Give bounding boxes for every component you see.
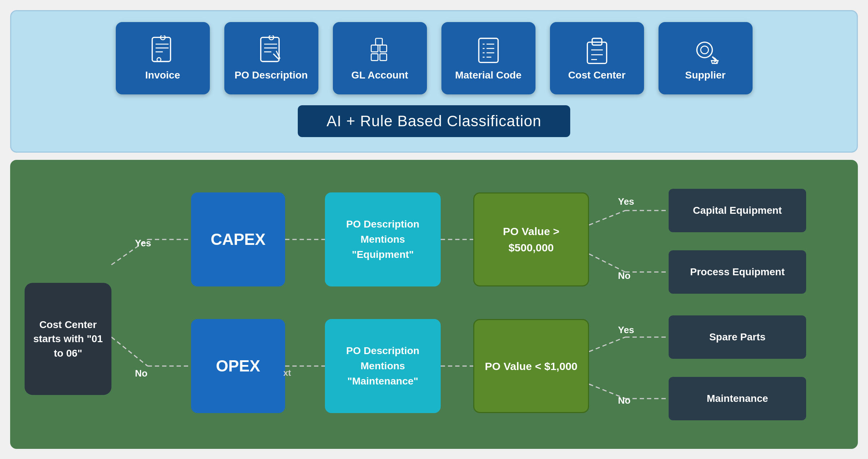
pov-1000-node: PO Value < $1,000 — [473, 319, 589, 413]
gl-account-card: GL Account — [333, 22, 427, 94]
po-equipment-label: PO Description Mentions "Equipment" — [332, 217, 433, 262]
yes-upper-label: Yes — [618, 196, 634, 207]
svg-rect-15 — [376, 38, 382, 45]
icon-row: Invoice PO Description — [116, 22, 753, 94]
pov-500-label: PO Value > $500,000 — [482, 223, 581, 256]
svg-line-45 — [589, 211, 625, 225]
cost-icon — [583, 35, 611, 64]
svg-line-49 — [589, 337, 625, 352]
material-code-label: Material Code — [455, 69, 522, 81]
no-top-label: No — [135, 368, 148, 379]
capital-equipment-label: Capital Equipment — [693, 205, 782, 216]
cost-center-label: Cost Center — [568, 69, 626, 81]
svg-rect-18 — [479, 38, 498, 63]
svg-rect-13 — [371, 45, 378, 52]
po-equipment-node: PO Description Mentions "Equipment" — [325, 192, 441, 286]
material-code-card: Material Code — [441, 22, 535, 94]
invoice-icon — [148, 35, 177, 64]
spare-parts-label: Spare Parts — [709, 331, 766, 343]
cost-center-node: Cost Center starts with "01 to 06" — [25, 283, 111, 395]
cost-center-card: Cost Center — [550, 22, 644, 94]
po-icon — [257, 35, 286, 64]
capex-label: CAPEX — [211, 230, 266, 248]
yes-top-label: Yes — [135, 238, 151, 249]
gl-icon — [365, 35, 394, 64]
yes-lower-label: Yes — [618, 324, 634, 336]
po-description-label: PO Description — [234, 69, 308, 81]
gl-account-label: GL Account — [351, 69, 408, 81]
svg-line-47 — [589, 254, 625, 272]
svg-rect-14 — [380, 45, 387, 52]
opex-node: OPEX — [191, 319, 285, 413]
process-equipment-result: Process Equipment — [669, 250, 806, 294]
supplier-icon — [691, 35, 720, 64]
classification-bar: AI + Rule Based Classification — [298, 105, 571, 137]
svg-rect-17 — [380, 54, 387, 61]
svg-rect-0 — [152, 37, 170, 61]
svg-point-32 — [697, 42, 712, 58]
no-upper-label: No — [618, 270, 631, 281]
cost-center-node-label: Cost Center starts with "01 to 06" — [32, 318, 104, 360]
capex-node: CAPEX — [191, 192, 285, 286]
invoice-card: Invoice — [116, 22, 210, 94]
po-maintenance-label: PO Description Mentions "Maintenance" — [332, 343, 433, 389]
material-icon — [474, 35, 503, 64]
svg-rect-6 — [261, 37, 279, 61]
svg-rect-16 — [371, 54, 378, 61]
maintenance-label: Maintenance — [707, 393, 768, 404]
classification-label: AI + Rule Based Classification — [327, 112, 542, 129]
supplier-card: Supplier — [659, 22, 753, 94]
pov-500-node: PO Value > $500,000 — [473, 192, 589, 286]
svg-line-39 — [111, 337, 148, 366]
capital-equipment-result: Capital Equipment — [669, 189, 806, 232]
pov-1000-label: PO Value < $1,000 — [485, 358, 577, 374]
po-description-card: PO Description — [224, 22, 318, 94]
supplier-label: Supplier — [685, 69, 725, 81]
no-lower-label: No — [618, 395, 631, 406]
svg-point-33 — [700, 46, 708, 54]
process-equipment-label: Process Equipment — [690, 266, 784, 278]
po-maintenance-node: PO Description Mentions "Maintenance" — [325, 319, 441, 413]
svg-point-36 — [714, 61, 716, 64]
maintenance-result: Maintenance — [669, 377, 806, 420]
top-section: Invoice PO Description — [10, 10, 858, 153]
opex-label: OPEX — [216, 357, 260, 375]
spare-parts-result: Spare Parts — [669, 315, 806, 359]
invoice-label: Invoice — [145, 69, 180, 81]
xt-label: xt — [283, 368, 291, 378]
flowchart-section: .dashed { stroke: #cccccc; stroke-width:… — [10, 160, 858, 449]
main-container: Invoice PO Description — [0, 0, 868, 459]
